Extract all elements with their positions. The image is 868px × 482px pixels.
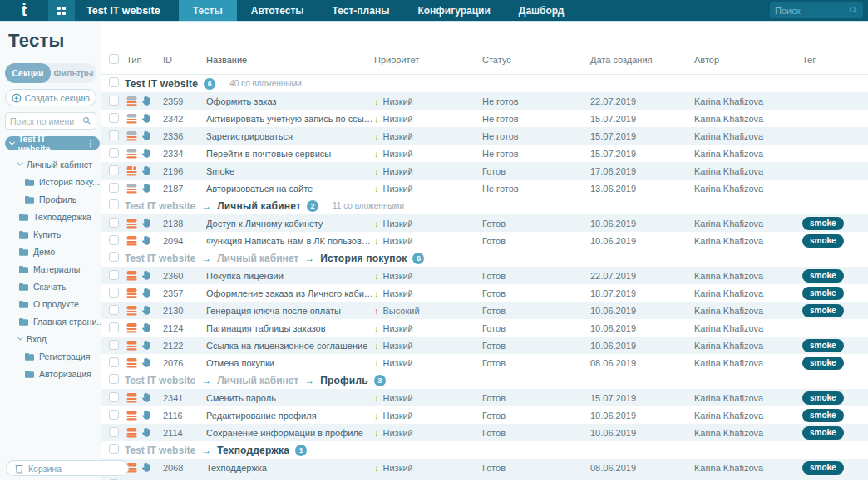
breadcrumb-current[interactable]: История покупок (320, 253, 407, 264)
test-name[interactable]: Редактирование профиля (206, 411, 374, 421)
tree-item[interactable]: История поку... (0, 173, 101, 190)
tree-item[interactable]: Техподдержка (0, 208, 101, 225)
test-name[interactable]: Сохранение информации в профиле (206, 428, 374, 438)
test-case-row[interactable]: 2094Функция Написать нам в ЛК пользовате… (101, 232, 868, 249)
row-checkbox[interactable] (109, 357, 119, 367)
breadcrumb-ancestor[interactable]: Test IT website (125, 200, 195, 212)
tree-item[interactable]: Скачать (0, 278, 101, 295)
breadcrumb-ancestor[interactable]: Test IT website (125, 375, 195, 386)
breadcrumb-current[interactable]: Купить (217, 480, 253, 481)
tree-item[interactable]: Демо (0, 243, 101, 260)
row-checkbox[interactable] (109, 165, 119, 175)
column-created[interactable]: Дата создания (590, 55, 694, 65)
row-checkbox[interactable] (109, 410, 119, 420)
group-checkbox[interactable] (109, 374, 119, 384)
column-priority[interactable]: Приоритет (374, 55, 482, 65)
tag-badge[interactable]: smoke (802, 461, 844, 475)
row-checkbox[interactable] (109, 427, 119, 437)
tag-badge[interactable]: smoke (802, 217, 844, 230)
row-checkbox[interactable] (109, 270, 119, 280)
test-name[interactable]: Функция Написать нам в ЛК пользователя (206, 236, 374, 246)
tag-badge[interactable]: smoke (802, 426, 844, 440)
tree-item[interactable]: Вход (0, 330, 101, 347)
toggle-filters[interactable]: Фильтры (51, 68, 96, 78)
tag-badge[interactable]: smoke (802, 357, 844, 370)
test-name[interactable]: Сменить пароль (206, 393, 374, 403)
select-all-checkbox[interactable] (109, 54, 119, 64)
test-case-row[interactable]: 2114Сохранение информации в профиле↓Низк… (101, 424, 868, 441)
breadcrumb-current[interactable]: Техподдержка (217, 445, 289, 456)
test-name[interactable]: Перейти в почтовые сервисы (206, 149, 374, 159)
test-case-row[interactable]: 2122Ссылка на лицензионное соглашение↓Ни… (101, 337, 868, 354)
tree-item[interactable]: О продукте (0, 295, 101, 312)
column-id[interactable]: ID (163, 55, 206, 65)
tree-item[interactable]: Личный кабинет (0, 155, 101, 173)
test-case-row[interactable]: 2196Smoke↓НизкийГотов17.06.2019Karina Kh… (101, 162, 868, 180)
test-case-row[interactable]: 2116Редактирование профиля↓НизкийГотов10… (101, 406, 868, 424)
row-checkbox[interactable] (109, 235, 119, 245)
breadcrumb-ancestor[interactable]: Test IT website (125, 253, 195, 264)
row-checkbox[interactable] (109, 130, 119, 140)
breadcrumb-ancestor[interactable]: Личный кабинет (217, 253, 298, 264)
test-name[interactable]: Техподдержка (206, 463, 374, 473)
test-case-row[interactable]: 2124Пагинация таблицы заказов↓НизкийГото… (101, 319, 868, 337)
row-checkbox[interactable] (109, 322, 119, 332)
column-type[interactable]: Тип (125, 55, 163, 65)
row-checkbox[interactable] (109, 218, 119, 228)
breadcrumb-ancestor[interactable]: Личный кабинет (217, 375, 298, 386)
column-status[interactable]: Статус (482, 55, 590, 65)
tree-item[interactable]: Купить (0, 225, 101, 243)
global-search[interactable] (770, 2, 863, 18)
toggle-sections[interactable]: Секции (5, 63, 51, 83)
tag-badge[interactable]: smoke (802, 409, 844, 422)
test-case-row[interactable]: 2138Доступ к Личному кабинету↓НизкийГото… (101, 214, 868, 232)
breadcrumb-current[interactable]: Профиль (320, 375, 368, 386)
test-name[interactable]: Отмена покупки (206, 358, 374, 368)
test-case-row[interactable]: 2341Сменить пароль↓НизкийГотов15.07.2019… (101, 389, 868, 406)
create-section-button[interactable]: Создать секцию (5, 89, 96, 106)
row-checkbox[interactable] (109, 183, 119, 193)
tag-badge[interactable]: smoke (802, 287, 844, 300)
group-checkbox[interactable] (109, 444, 119, 454)
app-switcher-button[interactable] (48, 0, 75, 21)
nav-tab-тесты[interactable]: Тесты (179, 0, 237, 21)
row-checkbox[interactable] (109, 148, 119, 158)
test-name[interactable]: Зарегистрироваться (206, 131, 374, 141)
test-name[interactable]: Доступ к Личному кабинету (206, 219, 374, 229)
nav-tab-тест-планы[interactable]: Тест-планы (318, 0, 404, 21)
global-search-input[interactable] (775, 6, 849, 16)
test-name[interactable]: Пагинация таблицы заказов (206, 323, 374, 333)
nav-tab-автотесты[interactable]: Автотесты (237, 0, 318, 21)
breadcrumb-current[interactable]: Test IT website (125, 78, 198, 90)
row-checkbox[interactable] (109, 96, 119, 106)
tag-badge[interactable]: smoke (802, 234, 844, 248)
nav-tab-конфигурации[interactable]: Конфигурации (403, 0, 504, 21)
test-name[interactable]: Оформление заказа из Личного кабинета (206, 288, 374, 298)
testit-logo-icon[interactable]: ṫ (0, 0, 48, 21)
test-name[interactable]: Генерация ключа после оплаты (206, 306, 374, 316)
test-name[interactable]: Оформить заказ (206, 96, 374, 106)
breadcrumb-ancestor[interactable]: Test IT website (125, 445, 195, 456)
test-case-row[interactable]: 2076Отмена покупки↓НизкийГотов08.06.2019… (101, 354, 868, 371)
test-case-row[interactable]: 2334Перейти в почтовые сервисы↓НизкийНе … (101, 145, 868, 162)
test-name[interactable]: Покупка лицензии (206, 271, 374, 281)
group-checkbox[interactable] (109, 479, 119, 480)
test-case-row[interactable]: 2360Покупка лицензии↓НизкийГотов22.07.20… (101, 267, 868, 284)
row-checkbox[interactable] (109, 288, 119, 298)
tree-root-item[interactable]: Test IT website ⋮ (5, 136, 100, 150)
test-name[interactable]: Авторизоваться на сайте (206, 184, 374, 194)
column-tag[interactable]: Тег (802, 55, 868, 65)
row-checkbox[interactable] (109, 305, 119, 315)
test-case-row[interactable]: 2359Оформить заказ↓НизкийНе готов22.07.2… (101, 92, 868, 110)
tree-item[interactable]: Регистрация (0, 347, 101, 365)
column-name[interactable]: Название (206, 55, 374, 65)
test-name[interactable]: Ссылка на лицензионное соглашение (206, 341, 374, 351)
tree-item[interactable]: Авторизация (0, 365, 101, 382)
test-case-row[interactable]: 2187Авторизоваться на сайте↓НизкийНе гот… (101, 180, 868, 197)
test-case-row[interactable]: 2336Зарегистрироваться↓НизкийНе готов15.… (101, 127, 868, 145)
trash-button[interactable]: Корзина (6, 460, 129, 476)
tag-badge[interactable]: smoke (802, 391, 844, 405)
test-case-row[interactable]: 2357Оформление заказа из Личного кабинет… (101, 284, 868, 302)
test-name[interactable]: Активировать учетную запись по ссылке (206, 114, 374, 124)
test-case-row[interactable]: 2068Техподдержка↓НизкийГотов08.06.2019Ka… (101, 459, 868, 476)
